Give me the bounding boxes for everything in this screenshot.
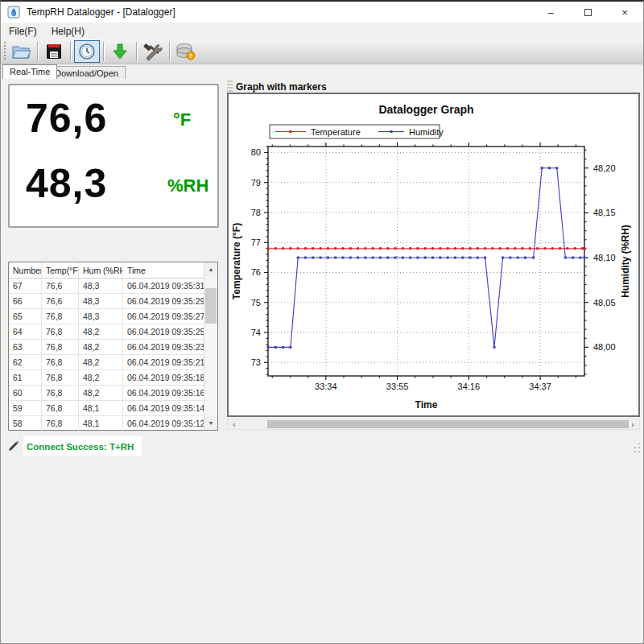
table-cell: 48,2: [79, 324, 123, 339]
table-row[interactable]: 5976,848,106.04.2019 09:35:14: [9, 401, 204, 416]
table-cell: 76,8: [42, 309, 79, 324]
table-cell: 48,2: [79, 340, 123, 354]
temperature-unit: °F: [173, 109, 191, 130]
menu-help[interactable]: Help(H): [52, 26, 85, 37]
table-row[interactable]: 6176,848,206.04.2019 09:35:18: [9, 370, 204, 386]
settings-button[interactable]: [140, 40, 166, 63]
table-cell: 48,2: [79, 355, 123, 369]
graph-panel-grip[interactable]: [227, 80, 233, 93]
humidity-value: 48,3: [26, 160, 107, 207]
svg-text:48,20: 48,20: [593, 163, 616, 173]
graph-hscrollbar[interactable]: ‹ ›: [227, 419, 640, 430]
table-cell: 06.04.2019 09:35:25: [123, 324, 204, 339]
download-button[interactable]: [107, 40, 133, 63]
table-row[interactable]: 6676,648,306.04.2019 09:35:29: [9, 294, 204, 309]
svg-text:48,00: 48,00: [593, 342, 616, 352]
tools-icon: [142, 42, 163, 61]
scroll-down-icon[interactable]: ▼: [204, 416, 217, 430]
table-cell: 06.04.2019 09:35:21: [123, 355, 204, 369]
table-cell: 48,3: [79, 309, 123, 324]
column-header[interactable]: Time: [123, 262, 204, 278]
table-cell: 06.04.2019 09:35:12: [123, 416, 204, 431]
save-button[interactable]: [41, 40, 67, 63]
table-row[interactable]: 6576,848,306.04.2019 09:35:27: [9, 309, 204, 324]
table-cell: 06.04.2019 09:35:16: [123, 386, 204, 400]
table-header-row: NumberTemp(°F)Hum (%RH)Time: [9, 262, 204, 279]
svg-text:Temperature: Temperature: [311, 127, 361, 137]
table-cell: 64: [9, 324, 42, 339]
table-cell: 76,8: [42, 324, 79, 339]
table-row[interactable]: 6776,648,306.04.2019 09:35:31: [9, 279, 204, 294]
svg-text:75: 75: [251, 298, 261, 308]
toolbar-separator: [37, 42, 38, 61]
table-cell: 60: [9, 386, 42, 400]
scroll-right-icon[interactable]: ›: [626, 419, 639, 429]
clock-icon: [77, 42, 97, 61]
svg-text:34:16: 34:16: [458, 382, 481, 391]
database-help-icon: ?: [175, 42, 197, 61]
table-cell: 48,1: [79, 401, 123, 415]
table-cell: 48,2: [79, 386, 123, 400]
resize-grip-icon[interactable]: [631, 441, 641, 452]
table-cell: 06.04.2019 09:35:29: [123, 294, 204, 308]
table-cell: 48,2: [79, 370, 123, 385]
svg-text:79: 79: [251, 178, 261, 188]
tab-download-open[interactable]: Download/Open: [47, 66, 126, 79]
log-table: NumberTemp(°F)Hum (%RH)Time6776,648,306.…: [8, 262, 218, 431]
menu-file[interactable]: File(F): [9, 26, 37, 37]
table-cell: 76,8: [42, 340, 79, 354]
help-database-button[interactable]: ?: [173, 40, 199, 63]
status-message: Connect Success: T+RH: [27, 442, 134, 452]
table-cell: 76,8: [42, 386, 79, 400]
graph-panel-header: Graph with markers: [236, 81, 327, 93]
open-folder-icon: [10, 42, 31, 61]
toolbar-separator: [70, 42, 71, 61]
svg-text:76: 76: [251, 267, 261, 277]
table-cell: 66: [9, 294, 42, 308]
table-row[interactable]: 6376,848,206.04.2019 09:35:23: [9, 340, 204, 355]
table-row[interactable]: 6076,848,206.04.2019 09:35:16: [9, 386, 204, 401]
svg-text:Temperature (°F): Temperature (°F): [231, 223, 242, 299]
minimize-button[interactable]: –: [532, 2, 569, 23]
graph-box: Datalogger Graph737475767778798048,0048,…: [227, 93, 640, 417]
download-arrow-icon: [110, 42, 130, 61]
humidity-unit: %RH: [167, 175, 208, 196]
table-cell: 06.04.2019 09:35:23: [123, 340, 204, 354]
svg-text:78: 78: [251, 208, 261, 217]
svg-text:80: 80: [251, 147, 261, 157]
table-cell: 06.04.2019 09:35:31: [123, 279, 204, 293]
column-header[interactable]: Hum (%RH): [79, 262, 123, 278]
table-cell: 06.04.2019 09:35:18: [123, 370, 204, 385]
table-row[interactable]: 6276,848,206.04.2019 09:35:21: [9, 355, 204, 370]
table-row[interactable]: 5876,848,106.04.2019 09:35:12: [9, 416, 204, 431]
column-header[interactable]: Temp(°F): [42, 262, 79, 278]
open-file-button[interactable]: [8, 40, 34, 63]
scroll-up-icon[interactable]: ▲: [204, 262, 217, 276]
scroll-left-icon[interactable]: ‹: [228, 419, 241, 429]
close-button[interactable]: ×: [606, 2, 643, 23]
tab-real-time[interactable]: Real-Time: [2, 64, 57, 79]
table-cell: 76,8: [42, 401, 79, 415]
table-row[interactable]: 6476,848,206.04.2019 09:35:25: [9, 324, 204, 340]
toolbar-separator: [103, 42, 104, 61]
temperature-value: 76,6: [26, 95, 107, 142]
toolbar-separator: [136, 42, 137, 61]
maximize-icon: [584, 9, 592, 16]
pen-connect-icon: [7, 440, 20, 452]
floppy-disk-icon: [44, 42, 64, 61]
table-scrollbar[interactable]: ▲ ▼: [204, 262, 217, 430]
column-header[interactable]: Number: [9, 262, 42, 278]
toolbar-grip[interactable]: [2, 42, 7, 61]
table-cell: 59: [9, 401, 42, 415]
live-readout-panel: 76,6 °F 48,3 %RH: [8, 84, 219, 228]
graph-hscrollbar-thumb[interactable]: [267, 420, 629, 428]
window-title: TempRH Datalogger - [Datalogger]: [27, 6, 175, 18]
maximize-button[interactable]: [569, 2, 606, 23]
table-cell: 61: [9, 370, 42, 385]
toolbar: ?: [1, 39, 643, 64]
clock-sync-button[interactable]: [74, 40, 100, 63]
datalogger-chart: Datalogger Graph737475767778798048,0048,…: [229, 94, 638, 415]
table-scrollbar-thumb[interactable]: [205, 288, 217, 324]
svg-text:Time: Time: [415, 399, 438, 411]
tab-bar: Real-Time Download/Open: [1, 64, 643, 79]
